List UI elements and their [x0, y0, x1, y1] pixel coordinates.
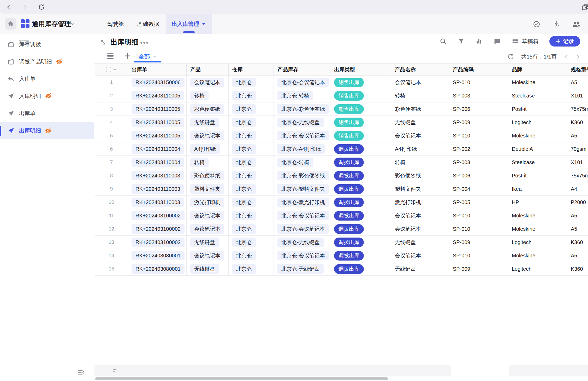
cell-仓库[interactable]: 北京仓 [229, 142, 274, 155]
cell-规格型号[interactable]: X101 [567, 89, 588, 102]
cell-出库类型[interactable]: 销售出库 [330, 76, 391, 89]
cell-出库类型[interactable]: 调拨出库 [330, 169, 391, 182]
cell-产品编码[interactable]: SP-009 [449, 236, 508, 249]
sidebar-item-出库明细[interactable]: 出库明细 [0, 122, 94, 139]
cell-出库单[interactable]: RK+202403080001 [128, 249, 187, 262]
app-title-caret-icon[interactable] [70, 22, 75, 26]
cell-产品名称[interactable]: 激光打印机 [391, 196, 449, 209]
cell-规格型号[interactable]: X101 [567, 156, 588, 169]
cell-仓库[interactable]: 北京仓 [229, 222, 274, 235]
cell-产品名称[interactable]: 塑料文件夹 [391, 182, 449, 195]
cell-产品库存[interactable]: 北京仓-转椅 [274, 89, 330, 102]
column-header-出库类型[interactable]: 出库类型 [330, 63, 391, 76]
cell-出库类型[interactable]: 调拨出库 [330, 182, 391, 195]
cell-规格型号[interactable]: K360 [567, 116, 588, 129]
view-list-icon[interactable] [107, 52, 114, 60]
row-number[interactable]: 3 [95, 102, 128, 116]
cell-产品名称[interactable]: 转椅 [391, 156, 449, 169]
cell-仓库[interactable]: 北京仓 [229, 129, 274, 142]
sidebar-item-入库明细[interactable]: 入库明细 [0, 88, 94, 105]
cell-产品库存[interactable]: 北京仓-会议笔记本 [274, 249, 330, 262]
refresh-icon[interactable] [38, 4, 45, 10]
tab-dashboard[interactable]: 驾驶舱 [100, 14, 130, 34]
cell-产品编码[interactable]: SP-003 [449, 89, 508, 102]
sidebar-item-库存调拨[interactable]: 库存调拨 [0, 36, 94, 53]
cell-产品名称[interactable]: 会议笔记本 [391, 129, 449, 142]
cell-规格型号[interactable]: A5 [567, 129, 588, 142]
more-icon[interactable]: ••• [140, 39, 149, 47]
cell-仓库[interactable]: 北京仓 [229, 262, 274, 275]
sidebar-item-入库单[interactable]: 入库单 [0, 70, 94, 88]
cell-产品名称[interactable]: 会议笔记本 [391, 249, 449, 262]
row-number[interactable]: 10 [95, 196, 128, 209]
drafts-button[interactable]: 草稿箱 [512, 38, 538, 45]
cell-规格型号[interactable]: A5 [567, 249, 588, 262]
cell-规格型号[interactable]: A5 [567, 209, 588, 222]
cell-出库类型[interactable]: 销售出库 [330, 116, 391, 129]
cell-出库单[interactable]: RK+202403110003 [128, 169, 187, 182]
cell-产品名称[interactable]: A4打印纸 [391, 142, 449, 155]
cell-品牌[interactable]: Logitech [508, 116, 567, 129]
cell-出库单[interactable]: RK+202403110005 [128, 129, 187, 142]
column-header-产品库存[interactable]: 产品库存 [274, 63, 330, 76]
cell-规格型号[interactable]: 75x75mm [567, 169, 588, 182]
cell-仓库[interactable]: 北京仓 [229, 249, 274, 262]
sidebar-item-调拨产品明细[interactable]: 调拨产品明细 [0, 53, 94, 70]
cell-仓库[interactable]: 北京仓 [229, 196, 274, 209]
cell-产品库存[interactable]: 北京仓-会议笔记本 [274, 76, 330, 89]
cell-产品名称[interactable]: 会议笔记本 [391, 76, 449, 89]
cell-产品库存[interactable]: 北京仓-无线键盘 [274, 116, 330, 129]
cell-产品编码[interactable]: SP-006 [449, 169, 508, 182]
row-number[interactable]: 12 [95, 222, 128, 235]
row-number[interactable]: 8 [95, 169, 128, 182]
cell-品牌[interactable]: Logitech [508, 262, 567, 275]
summary-bar-right[interactable] [509, 365, 588, 376]
add-record-button[interactable]: 记录 [549, 36, 580, 47]
cell-出库单[interactable]: RK+202403100002 [128, 222, 187, 235]
cell-产品名称[interactable]: 会议笔记本 [391, 222, 449, 235]
cell-产品[interactable]: 彩色便签纸 [187, 169, 229, 182]
column-header-产品名称[interactable]: 产品名称 [391, 63, 449, 76]
refresh-table-icon[interactable] [507, 53, 514, 60]
cell-仓库[interactable]: 北京仓 [229, 156, 274, 169]
cell-出库类型[interactable]: 调拨出库 [330, 262, 391, 275]
cell-产品编码[interactable]: SP-010 [449, 209, 508, 222]
cell-产品编码[interactable]: SP-010 [449, 222, 508, 235]
cell-产品[interactable]: 转椅 [187, 156, 229, 169]
cell-产品编码[interactable]: SP-009 [449, 262, 508, 275]
cell-规格型号[interactable]: 70gsm [567, 142, 588, 155]
cell-规格型号[interactable]: K360 [567, 236, 588, 249]
cell-产品[interactable]: 转椅 [187, 89, 229, 102]
cell-产品编码[interactable]: SP-010 [449, 129, 508, 142]
horizontal-scrollbar[interactable] [95, 377, 388, 380]
cell-产品[interactable]: 会议笔记本 [187, 222, 229, 235]
cell-品牌[interactable]: Moleskine [508, 222, 567, 235]
cell-规格型号[interactable]: A4 [567, 182, 588, 195]
cell-产品库存[interactable]: 北京仓-无线键盘 [274, 262, 330, 275]
sidebar-item-出库单[interactable]: 出库单 [0, 105, 94, 122]
cell-出库单[interactable]: RK+202403110004 [128, 142, 187, 155]
summary-bar[interactable] [94, 365, 451, 376]
chart-icon[interactable] [476, 38, 482, 45]
select-all-checkbox[interactable] [106, 67, 111, 72]
cell-产品库存[interactable]: 北京仓-塑料文件夹 [274, 182, 330, 195]
cell-产品[interactable]: 会议笔记本 [187, 209, 229, 222]
home-button[interactable] [5, 18, 16, 30]
members-icon[interactable] [572, 20, 581, 28]
cell-出库单[interactable]: RK+202403100002 [128, 236, 187, 249]
row-number[interactable]: 15 [95, 262, 128, 275]
cell-产品[interactable]: 无线键盘 [187, 236, 229, 249]
cell-产品[interactable]: A4打印纸 [187, 142, 229, 155]
column-header-出库单[interactable]: 出库单 [128, 63, 187, 76]
cell-出库单[interactable]: RK+202403110003 [128, 182, 187, 195]
cell-产品[interactable]: 塑料文件夹 [187, 182, 229, 195]
cell-出库单[interactable]: RK+202403110005 [128, 89, 187, 102]
cell-仓库[interactable]: 北京仓 [229, 102, 274, 116]
cell-产品库存[interactable]: 北京仓-彩色便签纸 [274, 169, 330, 182]
row-number[interactable]: 5 [95, 129, 128, 142]
row-number[interactable]: 9 [95, 182, 128, 195]
next-page-icon[interactable] [575, 54, 581, 59]
cell-规格型号[interactable]: A5 [567, 222, 588, 235]
cell-产品[interactable]: 会议笔记本 [187, 129, 229, 142]
cell-产品库存[interactable]: 北京仓-彩色便签纸 [274, 102, 330, 116]
